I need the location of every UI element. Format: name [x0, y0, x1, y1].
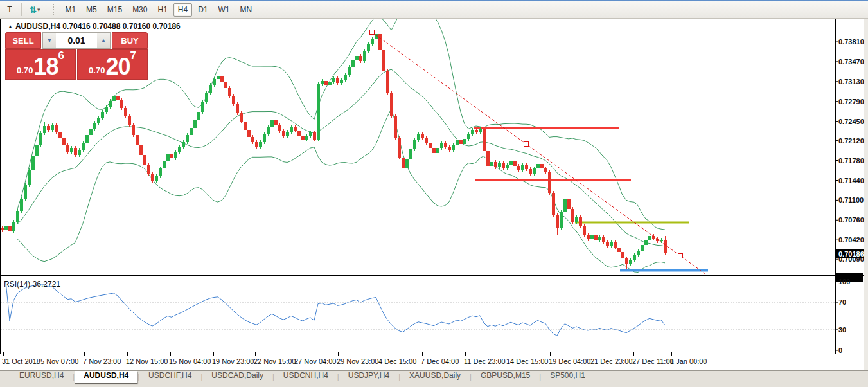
timeframe-button-group: M1M5M15M30H1H4D1W1MN [60, 3, 256, 17]
time-tick-label: 1 Jan 00:00 [670, 357, 707, 365]
time-tick-label: 27 Dec 11:00 [632, 357, 674, 365]
price-tick-label: 0.71440 [838, 177, 864, 184]
time-tick-label: 31 Oct 2018 [2, 357, 40, 365]
volume-decrease-button[interactable]: ▼ [43, 33, 56, 48]
toolbar-separator [260, 3, 260, 16]
one-click-trading-panel: SELL ▼ ▲ BUY 0.70186 0.70207 [5, 32, 148, 80]
timeframe-button-M1[interactable]: M1 [60, 3, 80, 17]
chart-title: ▲AUDUSD,H4 0.70416 0.70488 0.70160 0.701… [8, 22, 181, 31]
timeframe-button-H4[interactable]: H4 [173, 3, 192, 17]
tab-usdcad-daily[interactable]: USDCAD,Daily [202, 371, 272, 384]
time-tick-label: 12 Nov 15:00 [126, 357, 168, 365]
time-tick-label: 15 Nov 04:00 [169, 357, 211, 365]
rsi-tick-label: 70 [838, 298, 846, 306]
toolbar-grip[interactable] [53, 4, 57, 15]
mt4-window: 0.738100.734700.731300.727900.724500.721… [0, 0, 868, 387]
tab-usdchf-h4[interactable]: USDCHF,H4 [139, 371, 200, 384]
timeframe-button-D1[interactable]: D1 [193, 3, 212, 17]
price-tick-label: 0.71780 [838, 157, 864, 165]
volume-increase-button[interactable]: ▲ [97, 33, 110, 48]
text-tool-button[interactable]: T [1, 3, 18, 17]
tab-eurusd-h4[interactable]: EURUSD,H4 [10, 371, 73, 384]
sell-price[interactable]: 0.70186 [5, 50, 76, 80]
trendline-handle [524, 142, 529, 147]
time-tick-label: 19 Dec 04:00 [549, 357, 590, 365]
tab-gbpusd-m15[interactable]: GBPUSD,M15 [472, 371, 539, 384]
time-tick-label: 22 Nov 15:00 [254, 357, 296, 365]
toolbar: T ⇅ ▾ M1M5M15M30H1H4D1W1MN [0, 1, 868, 19]
price-tick-label: 0.73130 [838, 78, 864, 86]
price-tick-label: 0.73470 [838, 58, 864, 66]
sort-arrows-icon: ⇅ [30, 5, 37, 15]
time-tick-label: 14 Dec 15:00 [506, 357, 548, 365]
price-tick-label: 0.70760 [838, 216, 864, 224]
current-price-label: 0.70186 [838, 250, 864, 258]
tab-usdcnh-h4[interactable]: USDCNH,H4 [274, 371, 337, 384]
time-tick-label: 7 Dec 04:00 [421, 357, 459, 365]
toolbar-separator [21, 3, 22, 16]
rsi-indicator-label: RSI(14) 36.2721 [4, 280, 60, 289]
arrange-tool-button[interactable]: ⇅ ▾ [25, 3, 44, 17]
time-tick-label: 4 Dec 15:00 [378, 357, 416, 365]
buy-price-big: 20 [105, 57, 130, 77]
time-tick-label: 19 Nov 23:00 [212, 357, 254, 365]
time-tick-label: 11 Dec 23:00 [464, 357, 506, 365]
price-tick-label: 0.71100 [838, 196, 864, 204]
chart-tabs-bar: EURUSD,H4|AUDUSD,H4|USDCHF,H4|USDCAD,Dai… [0, 370, 868, 387]
chart-marker-icon: ▲ [8, 24, 13, 30]
sell-price-pip: 6 [58, 51, 64, 60]
price-tick-label: 0.72790 [838, 98, 864, 105]
timeframe-button-H1[interactable]: H1 [153, 3, 172, 17]
timeframe-button-M30[interactable]: M30 [128, 3, 152, 17]
volume-stepper: ▼ ▲ [42, 32, 111, 49]
sell-button[interactable]: SELL [5, 32, 41, 49]
timeframe-button-M5[interactable]: M5 [82, 3, 102, 17]
tab-usdjpy-h4[interactable]: USDJPY,H4 [339, 371, 398, 384]
buy-button[interactable]: BUY [112, 32, 148, 49]
timeframe-button-MN[interactable]: MN [236, 3, 257, 17]
tab-sp500-h1[interactable]: SP500,H1 [541, 371, 594, 384]
buy-price[interactable]: 0.70207 [77, 50, 148, 80]
time-tick-label: 7 Nov 23:00 [83, 357, 121, 365]
chevron-down-icon: ▾ [37, 6, 40, 13]
tab-xauusd-daily[interactable]: XAUUSD,Daily [400, 371, 470, 384]
buy-price-pip: 7 [130, 51, 136, 60]
tab-audusd-h4[interactable]: AUDUSD,H4 [75, 371, 137, 384]
buy-price-prefix: 0.70 [89, 64, 105, 77]
trendline-handle [678, 254, 683, 258]
triangle-up-icon: ▲ [101, 37, 107, 44]
time-tick-label: 27 Nov 04:00 [294, 357, 336, 365]
price-tick-label: 0.72120 [838, 137, 864, 145]
time-tick-label: 21 Dec 23:00 [590, 357, 632, 365]
price-tick-label: 0.70420 [838, 236, 864, 244]
triangle-down-icon: ▼ [47, 37, 53, 44]
trendline-handle [370, 30, 375, 35]
rsi-tick-label: 100 [838, 278, 850, 285]
toolbar-separator [48, 3, 48, 16]
timeframe-button-W1[interactable]: W1 [214, 3, 235, 17]
timeframe-button-M15[interactable]: M15 [103, 3, 127, 17]
sell-price-big: 18 [33, 57, 58, 77]
price-tick-label: 0.73810 [838, 38, 864, 46]
price-tick-label: 0.72450 [838, 118, 864, 125]
time-tick-label: 29 Nov 23:00 [337, 357, 378, 365]
chart-ohlc-values: 0.70416 0.70488 0.70160 0.70186 [62, 22, 181, 31]
chart-symbol-label: AUDUSD,H4 [15, 22, 60, 31]
rsi-tick-label: 30 [838, 326, 846, 334]
time-tick-label: 5 Nov 07:00 [40, 357, 78, 365]
volume-input[interactable] [56, 33, 97, 48]
rsi-tick-label: 0 [838, 346, 842, 354]
sell-price-prefix: 0.70 [17, 64, 33, 77]
